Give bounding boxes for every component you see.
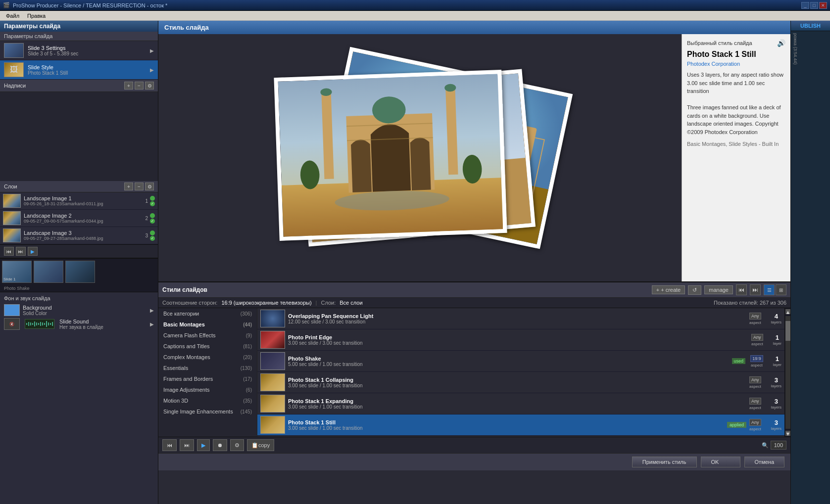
style-author: Photodex Corporation [687,61,785,67]
captions-title: Надписи [4,83,124,89]
menu-bar: Файл Правка [0,11,830,21]
bottom-record-btn[interactable]: ⏺ [213,439,227,451]
cat-motion3d[interactable]: Motion 3D (35) [158,395,257,406]
manage-btn[interactable]: manage [704,285,733,294]
cancel-btn[interactable]: Отмена [744,457,784,467]
cat-captions[interactable]: Captions and Titles (81) [158,341,257,352]
layers-header: Слои + − ⚙ [0,181,158,192]
bottom-prev-btn[interactable]: ⏮ [162,439,177,451]
style-overlapping-item[interactable]: Overlapping Pan Sequence Light 12.00 sec… [257,308,784,329]
captions-remove-btn[interactable]: − [135,82,144,90]
view-grid-btn[interactable]: ⊞ [776,284,786,295]
menu-edit[interactable]: Правка [23,11,49,20]
style-stack1e-layers: 3 layers [771,398,781,410]
layer-3-visible-icon [150,230,155,235]
cat-camera-flash[interactable]: Camera Flash Effects (9) [158,330,257,341]
close-button[interactable]: ✕ [819,2,827,9]
cat-essentials[interactable]: Essentials (130) [158,363,257,373]
ok-btn[interactable]: OK [701,457,740,467]
captions-header: Надписи + − ⚙ [0,80,158,92]
layers-label-text: layer [773,341,781,346]
speaker-icon[interactable]: 🔊 [777,39,785,47]
slide-strip: Slide 1 [0,258,158,285]
style-stack1e-thumb [260,395,285,412]
slide-style-item[interactable]: 🖼 Slide Style Photo Stack 1 Still ▶ [0,60,158,80]
styles-nav-prev-btn[interactable]: ⏮ [736,284,747,295]
layers-filter-value[interactable]: Все слои [340,300,362,306]
layer-2-item[interactable]: Landscape Image 2 09-05-27_09-00-57Samar… [0,210,158,227]
layer-3-file: 09-05-27_09-27-28Samarkand-0488.jpg [24,236,141,241]
cat-complex[interactable]: Complex Montages (20) [158,352,257,363]
svg-rect-7 [40,322,41,326]
cat-all[interactable]: Все категории (306) [158,308,257,319]
style-stack1c-aspect: Any aspect [749,376,761,389]
scroll-down-btn[interactable]: ▼ [785,431,790,436]
layer-2-file: 09-05-27_09-00-57Samarkand-0344.jpg [24,219,141,224]
bottom-copy-btn[interactable]: 📋 copy [247,439,274,451]
sound-wave [25,319,54,329]
bg-label-group: Background Solid Color [23,305,52,316]
aspect-filter-value[interactable]: 16:9 (широкоэкранные телевизоры) [221,300,311,306]
style-stack1-collapsing-item[interactable]: Photo Stack 1 Collapsing 3.00 sec slide … [257,372,784,393]
layers-remove-btn[interactable]: − [135,183,144,190]
layers-add-btn[interactable]: + [124,183,133,190]
minimize-button[interactable]: _ [801,2,809,9]
style-shake-item[interactable]: Photo Shake 5.00 sec slide / 1.00 sec tr… [257,351,784,372]
bottom-settings-btn[interactable]: ⚙ [230,439,244,451]
style-shake-detail: 5.00 sec slide / 1.00 sec transition [288,362,729,367]
aspect-label: Any [749,398,761,405]
maximize-button[interactable]: □ [810,2,818,9]
transport-next-btn[interactable]: ⏭ [16,247,26,256]
transport-play-btn[interactable]: ▶ [28,247,38,256]
captions-settings-btn[interactable]: ⚙ [145,82,154,90]
svg-rect-3 [32,323,33,325]
cat-frames[interactable]: Frames and Borders (17) [158,373,257,384]
apply-style-btn[interactable]: Применить стиль [632,457,697,467]
layers-filter-label: Слои: [321,300,336,306]
transport-prev-btn[interactable]: ⏮ [4,247,14,256]
captions-add-btn[interactable]: + [124,82,133,90]
dialog-title-bar: Стиль слайда [158,21,790,34]
style-print-aspect: Any aspect [751,334,763,346]
create-style-btn[interactable]: + + create [652,285,685,294]
params-section-header: Параметры слайда [0,32,158,41]
style-stack1-expanding-item[interactable]: Photo Stack 1 Expanding 3.00 sec slide /… [257,393,784,414]
cat-single-image[interactable]: Single Image Enhancements (145) [158,406,257,417]
cat-all-count: (306) [241,311,252,317]
slide-strip-item[interactable]: Slide 1 [2,261,32,283]
slide3-settings-item[interactable]: Slide 3 Settings Slide 3 of 5 - 5.389 se… [0,41,158,60]
bottom-play-btn[interactable]: ▶ [197,439,210,451]
slide-strip-item3[interactable] [65,261,95,283]
styles-toolbar: Стили слайдов + + create ↺ manage ⏮ ⏭ ☰ … [158,282,790,298]
layer-3-name: Landscape Image 3 [24,230,141,236]
style-stack1-still-item[interactable]: Photo Stack 1 Still 3.00 sec slide / 1.0… [257,414,784,436]
publish-btn[interactable]: UBLISH [791,21,830,31]
layer-3-info: Landscape Image 3 09-05-27_09-27-28Samar… [24,230,141,241]
bottom-next-btn[interactable]: ⏭ [180,439,194,451]
style-stack1s-thumb [260,416,285,434]
style-stack2-collapsing-item[interactable]: Photo Stack 2 Collapsing 3.00 sec slide … [257,436,784,437]
layer-1-item[interactable]: Landscape Image 1 09-05-26_18-31-23Samar… [0,192,158,210]
styles-nav-next-btn[interactable]: ⏭ [750,284,761,295]
style-print-layers: 1 layer [773,334,781,346]
refresh-btn[interactable]: ↺ [688,285,701,295]
layers-settings-btn[interactable]: ⚙ [145,183,154,190]
styles-scrollbar[interactable]: ▲ ▼ [784,308,790,437]
view-list-btn[interactable]: ☰ [764,284,775,295]
cat-basic-montages[interactable]: Basic Montages (44) [158,319,257,330]
dialog-footer: Применить стиль OK Отмена [158,453,790,470]
style-stack1s-detail: 3.00 sec slide / 1.00 sec transition [288,425,724,431]
style-shake-thumb [260,352,285,370]
layer-3-item[interactable]: Landscape Image 3 09-05-27_09-27-28Samar… [0,227,158,244]
scroll-thumb[interactable] [785,321,790,341]
slide-strip-item2[interactable] [34,261,63,283]
scroll-up-btn[interactable]: ▲ [785,309,790,314]
cat-frames-count: (17) [243,376,252,382]
menu-file[interactable]: Файл [2,11,23,20]
style-overlapping-layers: 4 layers [771,313,781,324]
cat-image-adj[interactable]: Image Adjustments (6) [158,384,257,395]
layers-label-text: layers [771,384,781,388]
bg-color-swatch[interactable] [4,304,20,316]
style-print-edge-item[interactable]: Photo Print Edge 3.00 sec slide / 3.00 s… [257,329,784,351]
layers-num: 3 [775,419,778,426]
